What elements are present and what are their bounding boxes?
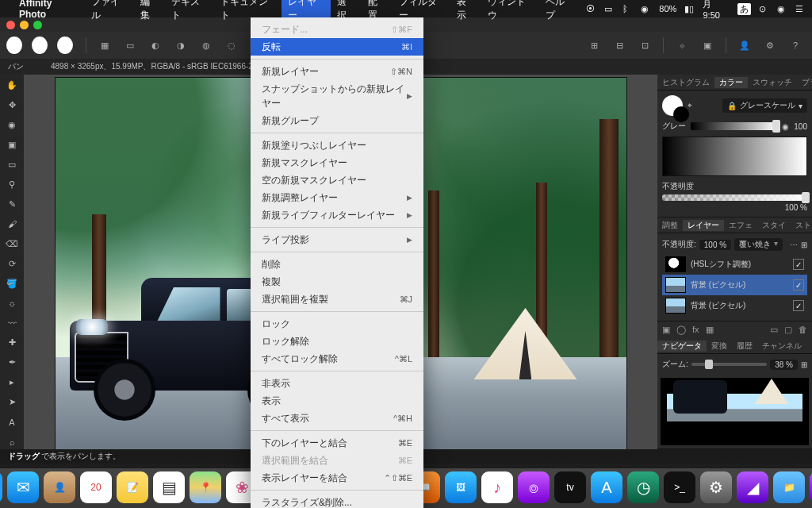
close-window-button[interactable] [6, 21, 15, 29]
navigator-view[interactable] [661, 378, 809, 445]
clock[interactable]: 月 9:50 [703, 0, 729, 20]
add-fx-icon[interactable]: fx [692, 325, 699, 335]
lock-children-icon[interactable]: ⊡ [634, 35, 655, 56]
menu-item[interactable]: 新規塗りつぶしレイヤー [251, 137, 423, 154]
account-icon[interactable]: 👤 [734, 35, 755, 56]
bluetooth-icon[interactable]: ᛒ [622, 4, 633, 13]
panel-tab[interactable]: ナビゲータ [657, 341, 707, 352]
menu-item[interactable]: ロック [251, 315, 423, 333]
menubar-item[interactable]: ヘルプ [546, 0, 573, 22]
heal-tool[interactable]: ✚ [4, 335, 20, 350]
notifications-icon[interactable]: ☰ [795, 4, 806, 13]
panel-tab[interactable]: エフェ [724, 220, 757, 231]
panel-tab[interactable]: 変換 [707, 341, 732, 352]
menu-item[interactable]: 選択範囲を複製⌘J [251, 291, 423, 308]
color-mode-select[interactable]: 🔒 グレースケール ▾ [722, 98, 807, 113]
display-icon[interactable]: ▭ [604, 4, 615, 13]
menu-item[interactable]: 新規レイヤー⇧⌘N [251, 63, 423, 80]
menubar-item[interactable]: ウィンドウ [488, 0, 533, 22]
opacity-slider[interactable] [662, 194, 807, 201]
dock-affinity[interactable]: ◢ [737, 471, 768, 503]
menu-item[interactable]: 複製 [251, 273, 423, 291]
layer-row[interactable]: 背景 (ピクセル)✓ [662, 275, 807, 295]
menubar-item[interactable]: テキスト [171, 0, 208, 22]
zoom-tool[interactable]: ⌕ [4, 434, 20, 449]
force-pixel-icon[interactable]: ⊟ [609, 35, 630, 56]
ime-indicator[interactable]: あ [737, 3, 751, 15]
menubar-item[interactable]: ファイル [91, 0, 128, 22]
dock-safari[interactable]: 🧭 [0, 471, 2, 503]
dock-systemprefs[interactable]: ⚙ [700, 471, 732, 503]
panel-tab[interactable]: スタイ [757, 220, 791, 231]
dodge-tool[interactable]: ☼ [4, 295, 20, 310]
dock-terminal[interactable]: >_ [664, 471, 695, 503]
siri-icon[interactable]: ◉ [777, 4, 787, 13]
menu-item[interactable]: 空の新規マスクレイヤー [251, 171, 423, 189]
move-tool[interactable]: ✥ [4, 98, 20, 113]
menu-item[interactable]: すべてロック解除^⌘L [251, 350, 423, 368]
crop-tool[interactable]: ▣ [4, 137, 20, 152]
smudge-tool[interactable]: 〰 [4, 315, 20, 330]
minimize-window-button[interactable] [20, 21, 29, 29]
gray-slider[interactable] [691, 122, 777, 130]
dock-podcasts[interactable]: ⌾ [518, 471, 550, 503]
menu-item[interactable]: すべて表示^⌘H [251, 410, 423, 427]
panel-tab[interactable]: レイヤー [683, 220, 724, 231]
panel-tab[interactable]: チャンネル [757, 341, 806, 352]
menu-item[interactable]: 新規調整レイヤー [251, 189, 423, 206]
menu-item[interactable]: 反転⌘I [251, 38, 423, 56]
panel-tab[interactable]: ヒストグラム [657, 77, 714, 88]
menu-item[interactable]: ロック解除 [251, 333, 423, 350]
blend-mode-select[interactable]: 覆い焼き▾ [734, 238, 783, 251]
panel-tab[interactable]: スウォッチ [748, 77, 797, 88]
menubar-appname[interactable]: Affinity Photo [19, 0, 79, 20]
auto-contrast-icon[interactable]: ◑ [170, 35, 191, 56]
dock-mail[interactable]: ✉ [7, 471, 39, 503]
panel-tab[interactable]: ストッ [791, 220, 812, 231]
open-icon[interactable]: ▦ [94, 35, 115, 56]
menu-item[interactable]: 下のレイヤーと結合⌘E [251, 434, 423, 452]
color-picker-tool[interactable]: ◉ [4, 117, 20, 133]
wifi-icon[interactable]: ◉ [641, 4, 651, 13]
auto-wb-icon[interactable]: ◌ [221, 35, 242, 56]
transform-icon[interactable]: ⟐ [672, 35, 692, 56]
zoom-slider[interactable] [691, 363, 767, 366]
freehand-tool[interactable]: ✎ [4, 197, 20, 212]
paint-tool[interactable]: 🖌 [4, 217, 20, 232]
zoom-window-button[interactable] [33, 21, 42, 29]
snapping-icon[interactable]: ⊞ [584, 35, 604, 56]
layer-opacity-field[interactable]: 100 % [699, 240, 731, 250]
dock-notes[interactable]: 📝 [117, 471, 148, 503]
marquee-tool[interactable]: ▭ [4, 157, 20, 172]
dock-itunes[interactable]: ♪ [481, 471, 513, 503]
layer-menu-dropdown[interactable]: フェード...⇧⌘F反転⌘I新規レイヤー⇧⌘Nスナップショットからの新規レイヤー… [251, 17, 423, 508]
menu-item[interactable]: 新規マスクレイヤー [251, 154, 423, 171]
play-tool[interactable]: ▸ [4, 375, 20, 390]
panel-tab[interactable]: カラー [714, 77, 748, 88]
menu-item[interactable]: スナップショットからの新規レイヤー [251, 80, 423, 112]
menubar-item[interactable]: 編集 [140, 0, 159, 22]
help-icon[interactable]: ? [785, 35, 806, 56]
hand-tool[interactable]: ✋ [4, 78, 20, 93]
spotlight-icon[interactable]: ⊙ [759, 4, 769, 13]
menu-item[interactable]: 新規ライブフィルターレイヤー [251, 206, 423, 224]
auto-colors-icon[interactable]: ◍ [196, 35, 216, 56]
menu-item[interactable]: 削除 [251, 256, 423, 273]
layer-visibility-toggle[interactable]: ✓ [793, 279, 804, 291]
zoom-value[interactable]: 38 % [770, 360, 798, 370]
add-adjustment-icon[interactable]: ▣ [662, 325, 670, 335]
dock-contacts[interactable]: 👤 [44, 471, 75, 503]
clone-tool[interactable]: ⟳ [4, 256, 20, 271]
doc-icon[interactable]: ▭ [120, 35, 140, 56]
layer-options-icon[interactable]: ⋯ [790, 241, 798, 249]
add-mask-icon[interactable]: ◯ [676, 325, 686, 335]
menu-item[interactable]: ライブ投影 [251, 231, 423, 248]
flood-select-tool[interactable]: ⚲ [4, 177, 20, 192]
add-layer-icon[interactable]: ▢ [784, 325, 792, 335]
dock-reminders[interactable]: ▤ [153, 471, 185, 503]
persona-develop[interactable] [57, 35, 78, 56]
text-tool[interactable]: A [4, 414, 20, 429]
delete-layer-icon[interactable]: 🗑 [799, 325, 807, 335]
group-icon[interactable]: ▭ [770, 325, 778, 335]
layer-row[interactable]: 背景 (ピクセル)✓ [662, 295, 807, 316]
